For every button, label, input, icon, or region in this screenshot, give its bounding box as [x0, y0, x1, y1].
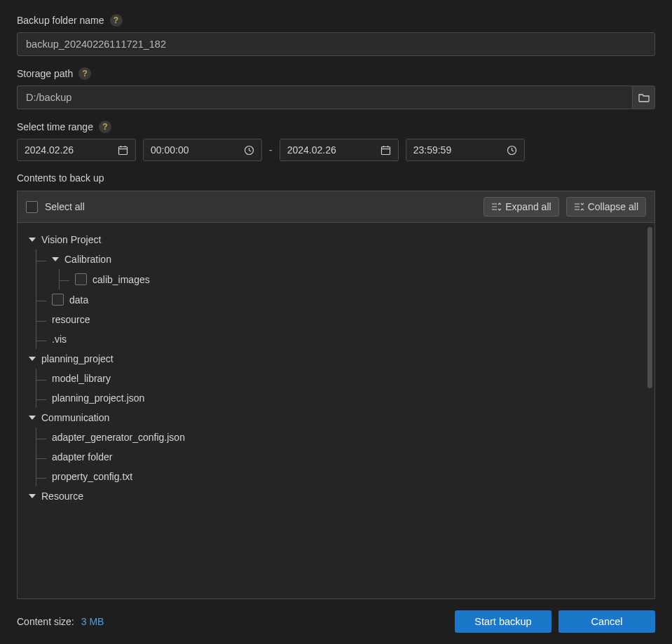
caret-down-icon[interactable] — [29, 238, 36, 242]
tree-item-label[interactable]: planning_project.json — [52, 392, 144, 404]
tree-item-label[interactable]: planning_project — [41, 353, 114, 364]
end-time-input[interactable]: 23:59:59 — [406, 139, 525, 161]
content-size-value: 3 MB — [81, 616, 104, 627]
expand-all-label: Expand all — [505, 201, 551, 212]
collapse-all-label: Collapse all — [588, 201, 638, 212]
tree-checkbox[interactable] — [52, 294, 64, 306]
help-icon[interactable]: ? — [110, 14, 123, 27]
clock-icon — [244, 145, 254, 156]
tree-item-label[interactable]: .vis — [52, 334, 67, 345]
caret-down-icon[interactable] — [29, 357, 36, 361]
storage-path-input[interactable] — [17, 85, 632, 109]
contents-label: Contents to back up — [17, 172, 655, 184]
start-time-input[interactable]: 00:00:00 — [143, 139, 262, 161]
tree-item-label[interactable]: Resource — [41, 491, 83, 502]
calendar-icon — [380, 145, 391, 156]
tree-item-label[interactable]: calib_images — [92, 274, 150, 285]
browse-folder-button[interactable] — [632, 85, 655, 109]
tree-item-label[interactable]: resource — [52, 314, 90, 325]
storage-path-label: Storage path — [17, 68, 73, 79]
start-time-value: 00:00:00 — [151, 144, 189, 156]
start-backup-button[interactable]: Start backup — [455, 610, 551, 633]
help-icon[interactable]: ? — [78, 67, 91, 80]
backup-folder-input[interactable] — [17, 32, 655, 56]
collapse-icon — [574, 203, 584, 211]
expand-all-button[interactable]: Expand all — [484, 197, 558, 217]
caret-down-icon[interactable] — [52, 257, 59, 261]
backup-folder-label: Backup folder name — [17, 15, 104, 26]
help-icon[interactable]: ? — [99, 121, 111, 133]
end-date-input[interactable]: 2024.02.26 — [280, 139, 399, 161]
tree-item-label[interactable]: Calibration — [64, 254, 111, 265]
end-date-value: 2024.02.26 — [287, 144, 336, 156]
tree-item-label[interactable]: Vision Project — [41, 234, 101, 245]
select-all-checkbox[interactable] — [26, 201, 38, 213]
caret-down-icon[interactable] — [29, 494, 36, 498]
scrollbar-thumb[interactable] — [647, 227, 652, 388]
content-size-label: Content size: — [17, 616, 74, 627]
calendar-icon — [118, 145, 128, 156]
caret-down-icon[interactable] — [29, 416, 36, 420]
end-time-value: 23:59:59 — [413, 144, 452, 156]
tree-item-label[interactable]: data — [69, 294, 88, 306]
tree-item-label[interactable]: adapter folder — [52, 451, 112, 463]
tree-container[interactable]: Vision Project Calibration calib_images — [17, 222, 655, 599]
tree-item-label[interactable]: property_config.txt — [52, 471, 132, 482]
select-all-label: Select all — [45, 201, 85, 212]
tree-item-label[interactable]: adapter_generator_config.json — [52, 432, 185, 443]
time-range-separator: - — [269, 144, 273, 156]
tree-checkbox[interactable] — [75, 273, 87, 285]
folder-icon — [638, 93, 650, 102]
time-range-label: Select time range — [17, 121, 93, 132]
cancel-button[interactable]: Cancel — [558, 610, 655, 633]
clock-icon — [507, 145, 517, 156]
start-date-value: 2024.02.26 — [25, 144, 74, 156]
tree-item-label[interactable]: model_library — [52, 373, 111, 384]
start-date-input[interactable]: 2024.02.26 — [17, 139, 136, 161]
svg-rect-5 — [381, 146, 390, 154]
svg-rect-0 — [119, 146, 128, 154]
collapse-all-button[interactable]: Collapse all — [566, 197, 646, 217]
expand-icon — [491, 203, 501, 211]
tree-item-label[interactable]: Communication — [41, 412, 109, 423]
